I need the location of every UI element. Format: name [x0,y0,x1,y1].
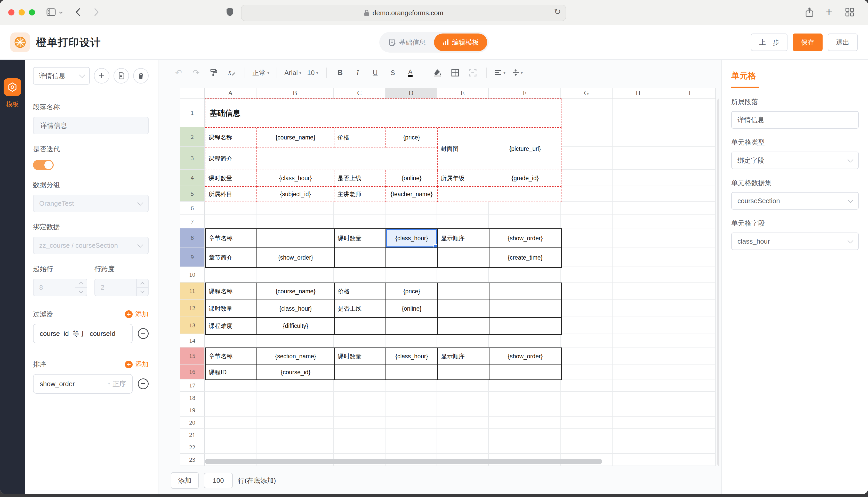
cell-D18[interactable] [385,392,437,404]
tab-edit-template[interactable]: 编辑模板 [434,33,487,51]
row-header-12[interactable]: 12 [180,300,205,317]
cell-F20[interactable] [489,416,561,429]
close-window-button[interactable] [8,9,14,15]
underline-icon[interactable]: U [368,66,383,80]
cell-I21[interactable] [664,429,716,441]
cell-B20[interactable] [257,416,334,429]
row-header-14[interactable]: 14 [180,334,205,347]
address-bar[interactable]: demo.orangeforms.com ↻ [241,5,566,21]
cell-H5[interactable] [612,186,664,202]
remove-filter-icon[interactable] [138,328,149,339]
sheet-cell[interactable]: 价格 [334,128,386,147]
filter-rule[interactable]: course_id 等于 courseId [33,324,133,343]
sheet-cell[interactable]: {class_hour} [386,348,438,365]
cell-B10[interactable] [257,267,334,283]
cell-B22[interactable] [257,441,334,454]
para-name-input[interactable] [39,121,142,130]
cell-I3[interactable] [664,147,716,170]
cell-H2[interactable] [612,127,664,147]
decrement-icon[interactable] [75,288,87,296]
sheet-cell[interactable]: 显示顺序 [438,348,490,365]
vertical-align-icon[interactable]: ▾ [510,66,525,80]
cell-type-select[interactable]: 绑定字段 [731,152,859,169]
sheet-cell[interactable]: 是否上线 [334,170,386,187]
sort-rule[interactable]: show_order ↑ 正序 [33,374,133,394]
row-header-20[interactable]: 20 [180,416,205,429]
privacy-shield-icon[interactable] [226,7,234,17]
sheet-cell[interactable]: {class_hour} [257,300,335,318]
cell-style-dropdown[interactable]: 正常▾ [251,66,271,80]
sheet-cell[interactable] [257,229,335,248]
sidebar-toggle-icon[interactable] [46,8,56,16]
sheet-cell[interactable] [438,300,490,318]
cell-I18[interactable] [664,392,716,404]
template-nav-button[interactable] [4,79,21,96]
cell-G17[interactable] [561,380,612,392]
row-header-18[interactable]: 18 [180,392,205,404]
add-filter-button[interactable]: 添加 [125,310,149,318]
sheet-cell[interactable]: {section_name} [257,348,335,365]
cell-H14[interactable] [612,334,664,347]
cell-G2[interactable] [561,127,612,147]
cell-G22[interactable] [561,441,612,454]
sheet-cell[interactable]: {course_name} [257,128,334,147]
cell-C18[interactable] [334,392,385,404]
cell-B7[interactable] [257,215,334,228]
cell-I14[interactable] [664,334,716,347]
cell-D19[interactable] [385,404,437,416]
cell-I22[interactable] [664,441,716,454]
prev-step-button[interactable]: 上一步 [751,33,787,51]
italic-icon[interactable]: I [350,66,366,80]
sheet-cell[interactable]: 所属科目 [205,187,257,202]
cell-G19[interactable] [561,404,612,416]
column-header-H[interactable]: H [612,88,664,98]
fill-handle[interactable] [433,244,438,248]
sheet-cell[interactable]: 课时数量 [205,170,257,187]
select-all-corner[interactable] [180,88,205,98]
sheet-cell[interactable]: 章节简介 [206,248,257,268]
sheet-cell[interactable] [490,318,562,335]
template-nav-label[interactable]: 模板 [6,100,18,108]
cell-H7[interactable] [612,215,664,228]
zoom-window-button[interactable] [29,9,35,15]
cell-I1[interactable] [664,98,716,127]
sidebar-chevron-icon[interactable] [59,11,63,14]
fill-color-icon[interactable] [430,66,445,80]
cell-A6[interactable] [205,202,257,215]
sheet-cell[interactable]: 是否上线 [335,300,386,318]
cell-A19[interactable] [205,404,257,416]
sheet-cell[interactable]: {subject_id} [257,187,334,202]
cell-D14[interactable] [385,334,437,347]
reload-icon[interactable]: ↻ [554,7,561,16]
font-size-dropdown[interactable]: 10▾ [305,66,320,80]
increment-icon[interactable] [75,279,87,288]
cell-C19[interactable] [334,404,385,416]
cell-I20[interactable] [664,416,716,429]
sheet-cell[interactable] [490,283,562,300]
binding-select[interactable]: zz_course / courseSection [33,237,149,254]
row-header-3[interactable]: 3 [180,147,205,170]
para-name-field[interactable] [33,117,149,134]
cell-G13[interactable] [561,317,612,334]
cell-H1[interactable] [612,98,664,127]
cell-H22[interactable] [612,441,664,454]
cell-B19[interactable] [257,404,334,416]
remove-sort-icon[interactable] [138,379,149,389]
sheet-cell[interactable] [257,147,438,170]
cell-F17[interactable] [489,380,561,392]
sheet-cell[interactable]: {class_hour} [386,229,438,248]
row-header-2[interactable]: 2 [180,127,205,147]
sheet-cell[interactable] [386,318,438,335]
cell-F21[interactable] [489,429,561,441]
row-header-6[interactable]: 6 [180,202,205,215]
cell-C20[interactable] [334,416,385,429]
sheet-cell[interactable]: 所属年级 [438,170,489,187]
sheet-cell[interactable] [438,318,490,335]
cell-G8[interactable] [561,228,612,247]
row-header-15[interactable]: 15 [180,347,205,365]
cell-I8[interactable] [664,228,716,247]
sheet-cell[interactable]: 课程简介 [205,147,257,170]
cell-I19[interactable] [664,404,716,416]
cell-I12[interactable] [664,300,716,317]
sheet-cell[interactable] [335,318,386,335]
